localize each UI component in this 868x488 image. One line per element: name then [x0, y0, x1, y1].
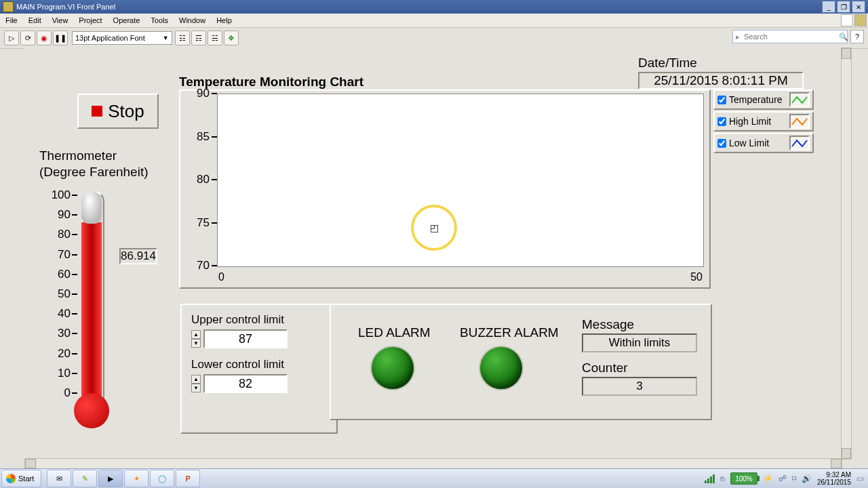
legend-row-lowlimit[interactable]: Low Limit [713, 133, 814, 153]
thermometer-tick-label: 80 [58, 228, 71, 241]
thermometer-scale: 1009080706050403020100 [39, 190, 77, 413]
run-button[interactable]: ▷ [4, 30, 19, 45]
battery-indicator[interactable]: 100% [730, 472, 757, 485]
search-input[interactable] [743, 32, 839, 41]
legend-label-lowlimit: Low Limit [729, 138, 787, 148]
counter-value: 3 [582, 377, 697, 396]
taskbar-app-5[interactable]: ◯ [150, 470, 174, 487]
vertical-scrollbar[interactable] [841, 47, 852, 460]
volume-icon[interactable]: 🔊 [802, 474, 812, 483]
taskbar-app-labview[interactable]: ▶ [98, 470, 123, 487]
legend-check-temperature[interactable] [717, 96, 726, 104]
menu-operate[interactable]: Operate [108, 14, 146, 27]
start-button[interactable]: Start [1, 470, 41, 487]
legend-swatch-temperature [789, 92, 810, 107]
search-box[interactable]: ▸ 🔍 [732, 30, 848, 43]
chart-xtick-0: 0 [218, 271, 224, 283]
search-icon[interactable]: 🔍 [839, 33, 848, 41]
toolbar: ▷ ⟳ ◉ ❚❚ 13pt Application Font ▼ ☷ ☶ ☵ ❖… [0, 28, 868, 49]
menu-view[interactable]: View [47, 14, 74, 27]
thermometer-tick-label: 100 [52, 188, 71, 202]
front-panel: Stop Thermometer (Degree Farenheit) 1009… [24, 47, 842, 460]
window-title: MAIN Program.VI Front Panel [16, 3, 115, 11]
chart-xtick-1: 50 [690, 271, 703, 283]
show-desktop-button[interactable]: ▭ [856, 474, 864, 483]
minimize-button[interactable]: _ [822, 1, 835, 13]
lower-limit-label: Lower control limit [191, 358, 327, 371]
vscroll-track[interactable] [842, 59, 851, 448]
legend-check-highlimit[interactable] [717, 117, 726, 126]
run-continuous-button[interactable]: ⟳ [20, 30, 35, 45]
abort-button[interactable]: ◉ [37, 30, 52, 45]
stop-button[interactable]: Stop [77, 94, 159, 129]
align-button[interactable]: ☷ [175, 30, 190, 45]
search-caret-icon: ▸ [736, 33, 740, 41]
thermometer-cap [81, 191, 102, 224]
chart-ytick-label: 85 [197, 130, 210, 144]
taskbar-app-4[interactable]: ✦ [124, 470, 149, 487]
menu-file[interactable]: File [0, 14, 23, 27]
upper-limit-value[interactable]: 87 [203, 329, 288, 348]
tray-icon-1[interactable]: ☍ [778, 474, 787, 483]
taskbar-app-powerpoint[interactable]: P [176, 470, 200, 487]
grid-icon[interactable] [841, 14, 853, 26]
datetime-value: 25/11/2015 8:01:11 PM [638, 72, 804, 89]
chart-plot-area[interactable] [217, 94, 704, 267]
taskbar-app-2[interactable]: ✎ [73, 470, 97, 487]
upper-limit-spinner[interactable]: ▲▼ [191, 330, 201, 348]
scroll-left-button[interactable] [25, 459, 36, 468]
menu-edit[interactable]: Edit [23, 14, 47, 27]
lower-limit-value[interactable]: 82 [203, 374, 288, 393]
context-help-button[interactable]: ? [850, 30, 864, 43]
restore-button[interactable]: ❐ [837, 1, 850, 13]
thermometer-tick-label: 60 [58, 268, 71, 281]
power-icon[interactable]: ⚡ [763, 474, 773, 483]
chevron-down-icon: ▼ [163, 35, 169, 41]
chart-ytick-label: 90 [197, 87, 210, 100]
stop-square-icon [92, 106, 102, 117]
scroll-down-button[interactable] [842, 448, 851, 459]
thermometer-title-l2: (Degree Farenheit) [39, 164, 149, 180]
tray-icon-2[interactable]: ⌑ [792, 474, 796, 483]
tray-clock[interactable]: 9:32 AM 26/11/2015 [817, 471, 851, 486]
legend-row-temperature[interactable]: Temperature [713, 89, 814, 110]
horizontal-scrollbar[interactable] [24, 458, 842, 469]
upper-limit-label: Upper control limit [191, 313, 327, 327]
chart-legend: Temperature High Limit Low Limit [713, 89, 814, 155]
legend-check-lowlimit[interactable] [717, 139, 726, 148]
system-tray: ⎋ 100% ⚡ ☍ ⌑ 🔊 9:32 AM 26/11/2015 ▭ [701, 471, 868, 486]
legend-swatch-lowlimit [789, 136, 810, 150]
menu-help[interactable]: Help [211, 14, 237, 27]
chart-ytick [212, 265, 217, 266]
reorder-button[interactable]: ❖ [224, 30, 239, 45]
menu-window[interactable]: Window [174, 14, 211, 27]
lower-limit-spinner[interactable]: ▲▼ [191, 375, 201, 392]
font-select-label: 13pt Application Font [75, 34, 145, 42]
taskbar-app-1[interactable]: ✉ [47, 470, 71, 487]
network-signal-icon[interactable] [705, 474, 715, 483]
thermometer[interactable]: 1009080706050403020100 [39, 190, 114, 434]
close-button[interactable]: ✕ [852, 1, 865, 13]
upper-limit-control[interactable]: ▲▼ 87 [191, 329, 327, 348]
vi-icon[interactable] [854, 14, 867, 26]
distribute-button[interactable]: ☶ [191, 30, 206, 45]
scroll-up-button[interactable] [842, 48, 851, 59]
menu-project[interactable]: Project [73, 14, 107, 27]
hscroll-track[interactable] [36, 459, 831, 468]
message-value: Within limits [582, 333, 697, 352]
menu-tools[interactable]: Tools [145, 14, 174, 27]
thermometer-tick [72, 254, 77, 256]
thermometer-tick-label: 30 [58, 327, 71, 340]
legend-row-highlimit[interactable]: High Limit [713, 111, 814, 131]
resize-button[interactable]: ☵ [208, 30, 222, 45]
window-titlebar: MAIN Program.VI Front Panel _ ❐ ✕ [0, 0, 868, 14]
scroll-right-button[interactable] [831, 459, 842, 468]
wifi-icon[interactable]: ⎋ [720, 474, 725, 483]
thermometer-title-l1: Thermometer [39, 148, 149, 164]
thermometer-tick [72, 392, 77, 394]
chart-ytick [212, 222, 217, 224]
buzzer-alarm-indicator [480, 347, 522, 389]
lower-limit-control[interactable]: ▲▼ 82 [191, 374, 327, 393]
pause-button[interactable]: ❚❚ [53, 30, 68, 45]
font-select[interactable]: 13pt Application Font ▼ [72, 31, 172, 45]
